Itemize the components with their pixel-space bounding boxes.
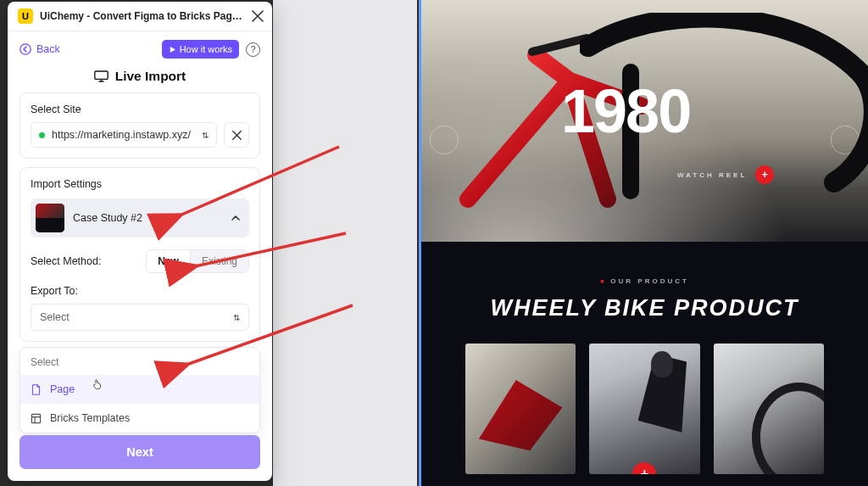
section-title: WHEELY BIKE PRODUCT (438, 295, 851, 321)
site-url: https://marketing.instawp.xyz/ (52, 129, 191, 141)
select-site-label: Select Site (31, 103, 249, 115)
chevron-up-icon (231, 213, 241, 223)
case-name: Case Study #2 (73, 212, 222, 224)
svg-point-0 (20, 44, 31, 54)
export-to-select[interactable]: Select ⇅ (31, 304, 249, 331)
dropdown-option-bricks[interactable]: Bricks Templates (20, 404, 259, 433)
import-settings-card: Import Settings Case Study #2 Select Met… (19, 167, 260, 342)
chevrons-updown-icon: ⇅ (233, 315, 240, 321)
clear-site-button[interactable] (224, 122, 249, 148)
chevrons-updown-icon: ⇅ (202, 132, 209, 138)
dropdown-bricks-label: Bricks Templates (50, 412, 130, 424)
plugin-window: U UiChemy - Convert Figma to Bricks Page… (8, 2, 272, 481)
case-thumbnail (36, 204, 64, 232)
dropdown-header: Select (20, 348, 259, 375)
svg-rect-2 (31, 414, 40, 422)
close-icon[interactable] (252, 10, 264, 22)
watch-reel-label: WATCH REEL (677, 171, 747, 179)
method-new-button[interactable]: New (147, 250, 191, 272)
product-section: OUR PRODUCT WHEELY BIKE PRODUCT (421, 242, 868, 474)
plugin-toolbar: Back How it works ? (8, 31, 272, 64)
monitor-icon (94, 70, 108, 82)
heading-text: Live Import (115, 69, 186, 84)
window-title: UiChemy - Convert Figma to Bricks Page B… (40, 10, 245, 22)
hero-section: 1980 WATCH REEL (421, 0, 868, 242)
case-study-row[interactable]: Case Study #2 (31, 198, 249, 237)
plugin-titlebar: U UiChemy - Convert Figma to Bricks Page… (8, 2, 272, 31)
dropdown-page-label: Page (50, 383, 75, 395)
page-heading: Live Import (8, 64, 272, 92)
app-badge: U (18, 8, 33, 24)
plus-icon (755, 165, 774, 184)
import-settings-label: Import Settings (31, 178, 249, 190)
status-dot-icon (39, 132, 45, 138)
export-to-label: Export To: (31, 285, 249, 297)
select-method-label: Select Method: (31, 255, 101, 267)
template-icon (31, 413, 42, 424)
figma-canvas (273, 0, 417, 486)
next-button[interactable]: Next (19, 435, 260, 469)
hero-year: 1980 (561, 76, 690, 146)
product-card[interactable] (714, 344, 824, 474)
export-dropdown: Select Page Bricks Templates (19, 347, 260, 433)
method-segment: New Existing (146, 249, 249, 273)
x-icon (232, 131, 242, 140)
site-select[interactable]: https://marketing.instawp.xyz/ ⇅ (31, 122, 217, 148)
product-card[interactable] (465, 344, 576, 474)
how-it-works-label: How it works (180, 44, 232, 54)
plus-icon (632, 462, 656, 474)
product-card[interactable] (589, 344, 699, 474)
export-to-value: Select (40, 311, 70, 323)
help-button[interactable]: ? (246, 42, 260, 57)
design-preview: 1980 WATCH REEL OUR PRODUCT WHEELY BIKE … (419, 0, 868, 486)
section-eyebrow: OUR PRODUCT (438, 277, 851, 285)
watch-reel[interactable]: WATCH REEL (677, 165, 774, 184)
dropdown-option-page[interactable]: Page (20, 375, 259, 404)
svg-rect-1 (95, 71, 108, 79)
select-site-card: Select Site https://marketing.instawp.xy… (19, 92, 260, 159)
method-existing-button[interactable]: Existing (191, 250, 248, 272)
back-button[interactable]: Back (19, 43, 60, 55)
back-label: Back (36, 43, 60, 55)
hand-cursor-icon (92, 378, 103, 389)
how-it-works-button[interactable]: How it works (162, 40, 239, 59)
file-icon (31, 384, 42, 395)
